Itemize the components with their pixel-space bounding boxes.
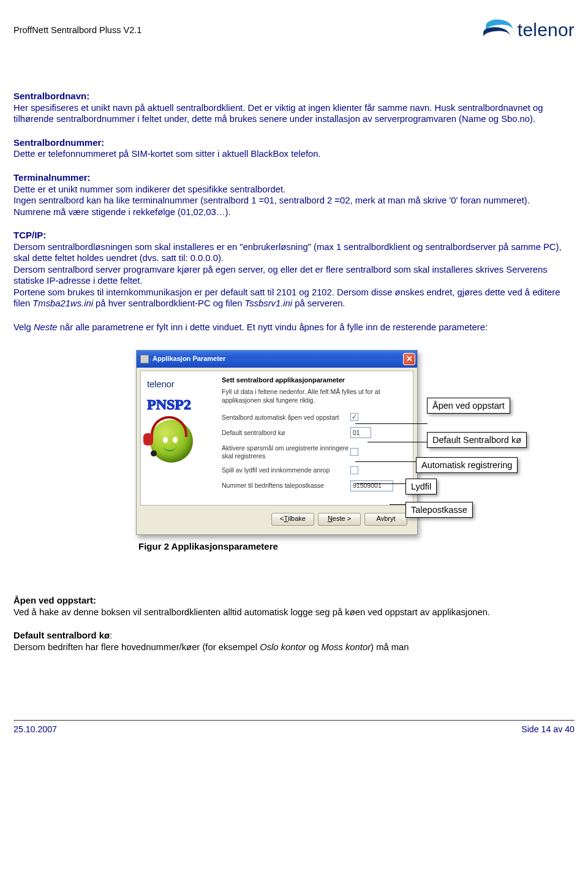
callout-default-ko: Default Sentralbord kø	[427, 432, 527, 448]
callout-line-3	[355, 461, 417, 462]
callout-apen-ved-oppstart: Åpen ved oppstart	[427, 398, 510, 414]
label-voicemail: Nummer til bedriftens talepostkasse	[222, 482, 350, 490]
text-tcpip-3e: på serveren.	[292, 298, 345, 308]
figure-caption: Figur 2 Applikasjonsparametere	[138, 541, 528, 553]
callout-auto-reg: Automatisk registrering	[416, 457, 518, 473]
row-sound: Spill av lydfil ved innkommende anrop	[222, 466, 407, 474]
checkbox-register[interactable]	[350, 448, 358, 456]
back-button[interactable]: < Tilbake	[271, 513, 314, 526]
text-default-ko-b: Oslo kontor	[260, 642, 306, 652]
section-sentralbordnummer: Sentralbordnummer: Dette er telefonnumme…	[13, 137, 568, 160]
checkbox-sound[interactable]	[350, 466, 358, 474]
input-voicemail[interactable]: 91509001	[350, 480, 393, 491]
label-auto-open: Sentalbord automatisk åpen ved oppstart	[222, 414, 350, 422]
callout-talepostkasse: Talepostkasse	[405, 502, 473, 518]
panel-title: Sett sentralbord applikasjonparameter	[222, 376, 407, 385]
label-sound: Spill av lydfil ved innkommende anrop	[222, 466, 350, 474]
callout-line-5	[390, 504, 405, 505]
text-tcpip-3c: på hver sentralbordklient-PC og filen	[93, 298, 245, 308]
text-velgneste: Velg Neste når alle parametrene er fylt …	[13, 322, 568, 333]
text-default-ko-d: Moss kontor	[322, 642, 371, 652]
heading-terminalnummer: Terminalnummer:	[13, 172, 568, 184]
row-auto-open: Sentalbord automatisk åpen ved oppstart …	[222, 413, 407, 421]
row-register: Aktivere spørsmål om uregistrerte innrin…	[222, 444, 407, 460]
next-button[interactable]: Neste >	[318, 513, 361, 526]
page-footer: 25.10.2007 Side 14 av 40	[13, 720, 575, 735]
label-default-queue: Default sentralbord kø	[222, 429, 350, 437]
text-default-ko: Dersom bedriften har flere hovednummer/k…	[13, 642, 568, 653]
document-title: ProffNett Sentralbord Pluss V2.1	[13, 25, 141, 36]
heading-default-ko-colon: :	[110, 631, 112, 640]
footer-date: 25.10.2007	[13, 724, 57, 735]
heading-default-ko-text: Default sentralbord kø	[13, 631, 110, 640]
agent-avatar-icon	[147, 420, 196, 469]
input-default-queue[interactable]: 01	[350, 427, 371, 438]
heading-tcpip: TCP/IP:	[13, 230, 568, 241]
callout-line-2	[368, 442, 428, 442]
text-default-ko-a: Dersom bedriften har flere hovednummer/k…	[13, 642, 260, 652]
text-tcpip-3: Portene som brukes til internkommunikasj…	[13, 287, 568, 309]
dialog-buttons: < Tilbake Neste > Avbryt	[140, 506, 413, 531]
value-default-queue: 01	[353, 429, 360, 437]
text-tcpip-2: Dersom sentralbord server programvare kj…	[13, 264, 568, 287]
pnsp2-logo: PNSP2	[147, 395, 191, 414]
text-velgneste-a: Velg	[13, 322, 34, 332]
dialog-titlebar: Applikasjon Parameter ✕	[137, 350, 417, 368]
section-default-ko: Default sentralbord kø: Dersom bedriften…	[13, 630, 568, 653]
checkbox-auto-open[interactable]: ✓	[350, 413, 358, 421]
label-register: Aktivere spørsmål om uregistrerte innrin…	[222, 444, 350, 460]
section-tcpip: TCP/IP: Dersom sentralbordløsningen som …	[13, 230, 568, 309]
section-velgneste: Velg Neste når alle parametrene er fylt …	[13, 322, 568, 333]
heading-sentralbordnummer: Sentralbordnummer:	[13, 137, 568, 149]
page-header: ProffNett Sentralbord Pluss V2.1 telenor	[13, 18, 575, 42]
text-sentralbordnavn: Her spesifiseres et unikt navn på aktuel…	[13, 102, 568, 125]
dialog-right-column: Sett sentralbord applikasjonparameter Fy…	[222, 376, 407, 497]
text-default-ko-c: og	[306, 642, 322, 652]
dialog-left-column: telenor PNSP2	[147, 376, 216, 497]
row-voicemail: Nummer til bedriftens talepostkasse 9150…	[222, 480, 407, 491]
text-velgneste-b: Neste	[34, 322, 58, 332]
wizard-icon	[140, 355, 149, 363]
text-terminalnummer-2: Ingen sentralbord kan ha like terminalnu…	[13, 195, 568, 218]
close-button[interactable]: ✕	[403, 353, 415, 365]
back-rest: ilbake	[288, 515, 306, 523]
brand-logo: telenor	[482, 18, 575, 42]
text-default-ko-e: ) må man	[371, 642, 409, 652]
value-voicemail: 91509001	[353, 482, 382, 490]
section-apen-ved-oppstart: Åpen ved oppstart: Ved å hake av denne b…	[13, 595, 568, 618]
close-icon: ✕	[406, 354, 413, 364]
callout-line-1	[355, 423, 428, 424]
text-sentralbordnummer: Dette er telefonnummeret på SIM-kortet s…	[13, 148, 568, 159]
callout-line-4	[355, 483, 405, 484]
text-velgneste-c: når alle parametrene er fylt inn i dette…	[58, 322, 488, 332]
dialog-title: Applikasjon Parameter	[153, 355, 225, 363]
titlebar-left: Applikasjon Parameter	[140, 355, 225, 363]
telenor-mark-icon	[482, 18, 514, 42]
footer-page: Side 14 av 40	[521, 724, 575, 735]
back-underline: T	[284, 515, 288, 523]
dialog-body: telenor PNSP2 Sett sentralbord applikasj…	[137, 368, 417, 534]
section-sentralbordnavn: Sentralbordnavn: Her spesifiseres et uni…	[13, 91, 568, 125]
panel-subtitle: Fyll ut data i feltene nedenfor. Alle fe…	[222, 387, 393, 404]
next-rest: este >	[333, 515, 351, 523]
heading-apen-ved-oppstart: Åpen ved oppstart:	[13, 595, 568, 606]
cancel-button[interactable]: Avbryt	[364, 513, 407, 526]
heading-default-ko: Default sentralbord kø:	[13, 630, 568, 641]
brand-small: telenor	[147, 379, 174, 390]
callout-lydfil: Lydfil	[405, 479, 437, 494]
text-tcpip-3b: Tmsba21ws.ini	[32, 298, 93, 308]
dialog-panel: telenor PNSP2 Sett sentralbord applikasj…	[140, 371, 413, 505]
text-terminalnummer-1: Dette er et unikt nummer som indikerer d…	[13, 184, 568, 195]
text-tcpip-1: Dersom sentralbordløsningen som skal ins…	[13, 241, 568, 264]
section-terminalnummer: Terminalnummer: Dette er et unikt nummer…	[13, 172, 568, 218]
heading-sentralbordnavn: Sentralbordnavn:	[13, 91, 568, 102]
text-tcpip-3d: Tssbsrv1.ini	[245, 298, 293, 308]
check-icon: ✓	[352, 413, 357, 422]
row-default-queue: Default sentralbord kø 01	[222, 427, 407, 438]
text-apen-ved-oppstart: Ved å hake av denne boksen vil sentralbo…	[13, 607, 568, 618]
cancel-label: Avbryt	[377, 515, 396, 523]
next-underline: N	[328, 515, 333, 523]
brand-wordmark: telenor	[518, 18, 575, 42]
figure-applikasjon-parameter: Applikasjon Parameter ✕ telenor PNSP2	[136, 350, 528, 552]
